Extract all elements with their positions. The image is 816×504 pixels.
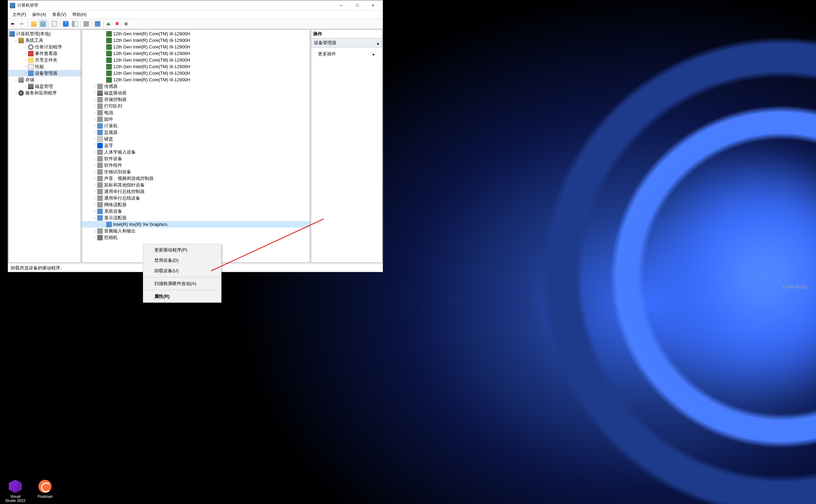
toggle-icon[interactable]: › bbox=[23, 70, 28, 76]
forward-button[interactable]: ➡ bbox=[18, 20, 27, 28]
maximize-button[interactable]: ☐ bbox=[349, 0, 365, 11]
device-category[interactable]: ›磁盘驱动器 bbox=[82, 90, 310, 96]
device-category[interactable]: ›照相机 bbox=[82, 234, 310, 241]
help-button[interactable]: ? bbox=[62, 20, 70, 28]
tree-group[interactable]: ⌄系统工具 bbox=[9, 37, 81, 44]
cpu-device-item[interactable]: 12th Gen Intel(R) Core(TM) i9-12900H bbox=[82, 76, 310, 83]
device-category[interactable]: ›蓝牙 bbox=[82, 142, 310, 149]
toggle-icon[interactable]: › bbox=[92, 122, 97, 129]
tree-item[interactable]: ›共享文件夹 bbox=[9, 57, 81, 63]
toggle-icon[interactable]: › bbox=[92, 195, 97, 201]
device-category[interactable]: ›人体学输入设备 bbox=[82, 149, 310, 155]
toggle-icon[interactable]: › bbox=[92, 149, 97, 155]
toggle-icon[interactable]: › bbox=[23, 44, 28, 50]
device-category[interactable]: ›计算机 bbox=[82, 122, 310, 129]
device-category[interactable]: ›电池 bbox=[82, 109, 310, 116]
computer-button[interactable] bbox=[93, 20, 102, 28]
toggle-icon[interactable]: › bbox=[92, 155, 97, 162]
toggle-icon[interactable]: › bbox=[92, 234, 97, 241]
left-navigation-pane[interactable]: 计算机管理(本地)⌄系统工具›任务计划程序›事件查看器›共享文件夹›性能›设备管… bbox=[8, 29, 81, 263]
toggle-icon[interactable]: › bbox=[92, 136, 97, 142]
back-button[interactable]: ⬅ bbox=[9, 20, 18, 28]
toggle-icon[interactable]: › bbox=[92, 142, 97, 149]
properties-button[interactable] bbox=[50, 20, 58, 28]
toggle-icon[interactable]: › bbox=[23, 63, 28, 70]
toggle-icon[interactable]: › bbox=[92, 109, 97, 116]
tree-item[interactable]: ›事件查看器 bbox=[9, 50, 81, 57]
device-category[interactable]: ›音频输入和输出 bbox=[82, 228, 310, 234]
ctx-scan-hardware[interactable]: 扫描检测硬件改动(A) bbox=[144, 278, 220, 289]
device-category[interactable]: ›存储控制器 bbox=[82, 96, 310, 103]
tree-item[interactable]: ›性能 bbox=[9, 63, 81, 70]
tree-item[interactable]: ›设备管理器 bbox=[9, 70, 81, 76]
scan-button[interactable]: ⊕ bbox=[123, 20, 131, 28]
show-tree-button[interactable] bbox=[39, 20, 47, 28]
print-button[interactable] bbox=[82, 20, 90, 28]
up-button[interactable] bbox=[30, 20, 38, 28]
ctx-uninstall-device[interactable]: 卸载设备(U) bbox=[144, 266, 220, 276]
device-category[interactable]: ›通用串行总线设备 bbox=[82, 195, 310, 201]
toggle-icon[interactable]: › bbox=[23, 57, 28, 63]
toggle-icon[interactable]: › bbox=[23, 50, 28, 57]
toggle-icon[interactable]: › bbox=[13, 90, 18, 96]
menu-file[interactable]: 文件(F) bbox=[10, 11, 29, 18]
toggle-icon[interactable]: › bbox=[92, 129, 97, 136]
device-category[interactable]: ›软件组件 bbox=[82, 162, 310, 168]
toggle-icon[interactable]: ⌄ bbox=[13, 76, 18, 83]
collapse-icon[interactable]: ▴ bbox=[377, 40, 379, 46]
device-category[interactable]: ›鼠标和其他指针设备 bbox=[82, 182, 310, 188]
tree-group[interactable]: ›服务和应用程序 bbox=[9, 90, 81, 96]
toggle-icon[interactable]: › bbox=[92, 208, 97, 214]
tree-item[interactable]: ›任务计划程序 bbox=[9, 44, 81, 50]
toggle-icon[interactable]: › bbox=[92, 168, 97, 175]
device-category[interactable]: ›监视器 bbox=[82, 129, 310, 136]
ctx-disable-device[interactable]: 禁用设备(D) bbox=[144, 255, 220, 266]
device-category[interactable]: ›系统设备 bbox=[82, 208, 310, 214]
ctx-properties[interactable]: 属性(R) bbox=[144, 291, 220, 302]
menu-action[interactable]: 操作(A) bbox=[29, 11, 49, 18]
device-category[interactable]: ›打印队列 bbox=[82, 103, 310, 109]
cpu-device-item[interactable]: 12th Gen Intel(R) Core(TM) i9-12900H bbox=[82, 44, 310, 50]
device-category[interactable]: ›固件 bbox=[82, 116, 310, 122]
tree-item[interactable]: ›磁盘管理 bbox=[9, 83, 81, 90]
toggle-icon[interactable]: › bbox=[92, 90, 97, 96]
device-category[interactable]: ›通用串行总线控制器 bbox=[82, 188, 310, 195]
cpu-device-item[interactable]: 12th Gen Intel(R) Core(TM) i9-12900H bbox=[82, 30, 310, 37]
device-category[interactable]: ›键盘 bbox=[82, 136, 310, 142]
cpu-device-item[interactable]: 12th Gen Intel(R) Core(TM) i9-12900H bbox=[82, 37, 310, 44]
toggle-icon[interactable]: › bbox=[92, 175, 97, 182]
menu-help[interactable]: 帮助(H) bbox=[70, 11, 89, 18]
device-category[interactable]: ›生物识别设备 bbox=[82, 168, 310, 175]
toggle-icon[interactable]: › bbox=[92, 162, 97, 168]
toggle-icon[interactable]: › bbox=[92, 228, 97, 234]
toggle-icon[interactable]: › bbox=[92, 116, 97, 122]
toggle-icon[interactable]: › bbox=[92, 96, 97, 103]
remove-button[interactable]: ✖ bbox=[114, 20, 122, 28]
cpu-device-item[interactable]: 12th Gen Intel(R) Core(TM) i9-12900H bbox=[82, 63, 310, 70]
device-category[interactable]: ›软件设备 bbox=[82, 155, 310, 162]
cpu-device-item[interactable]: 12th Gen Intel(R) Core(TM) i9-12900H bbox=[82, 70, 310, 76]
show-hide-button[interactable] bbox=[71, 20, 79, 28]
tree-root[interactable]: 计算机管理(本地) bbox=[9, 30, 81, 37]
device-category[interactable]: ›网络适配器 bbox=[82, 201, 310, 208]
cpu-device-item[interactable]: 12th Gen Intel(R) Core(TM) i9-12900H bbox=[82, 50, 310, 57]
postman-shortcut[interactable]: Postman bbox=[38, 480, 53, 503]
device-category[interactable]: ›传感器 bbox=[82, 83, 310, 90]
actions-section[interactable]: 设备管理器 ▴ bbox=[311, 38, 382, 48]
ctx-update-driver[interactable]: 更新驱动程序(P) bbox=[144, 245, 220, 255]
toggle-icon[interactable]: › bbox=[92, 201, 97, 208]
device-tree-pane[interactable]: 12th Gen Intel(R) Core(TM) i9-12900H12th… bbox=[82, 29, 310, 263]
titlebar[interactable]: 计算机管理 — ☐ ✕ bbox=[8, 0, 383, 11]
toggle-icon[interactable]: ⌄ bbox=[13, 37, 18, 44]
toggle-icon[interactable]: › bbox=[92, 188, 97, 195]
visual-studio-shortcut[interactable]: Visual Studio 2022 bbox=[5, 480, 26, 503]
toggle-icon[interactable]: › bbox=[92, 83, 97, 90]
device-category[interactable]: ›声音、视频和游戏控制器 bbox=[82, 175, 310, 182]
toggle-icon[interactable]: ⌄ bbox=[92, 214, 97, 221]
minimize-button[interactable]: — bbox=[333, 0, 349, 11]
toggle-icon[interactable]: › bbox=[92, 182, 97, 188]
display-adapter-item[interactable]: Intel(R) Iris(R) Xe Graphics bbox=[82, 221, 310, 228]
cpu-device-item[interactable]: 12th Gen Intel(R) Core(TM) i9-12900H bbox=[82, 57, 310, 63]
toggle-icon[interactable]: › bbox=[23, 83, 28, 90]
more-actions-link[interactable]: 更多操作 ▸ bbox=[311, 50, 382, 58]
